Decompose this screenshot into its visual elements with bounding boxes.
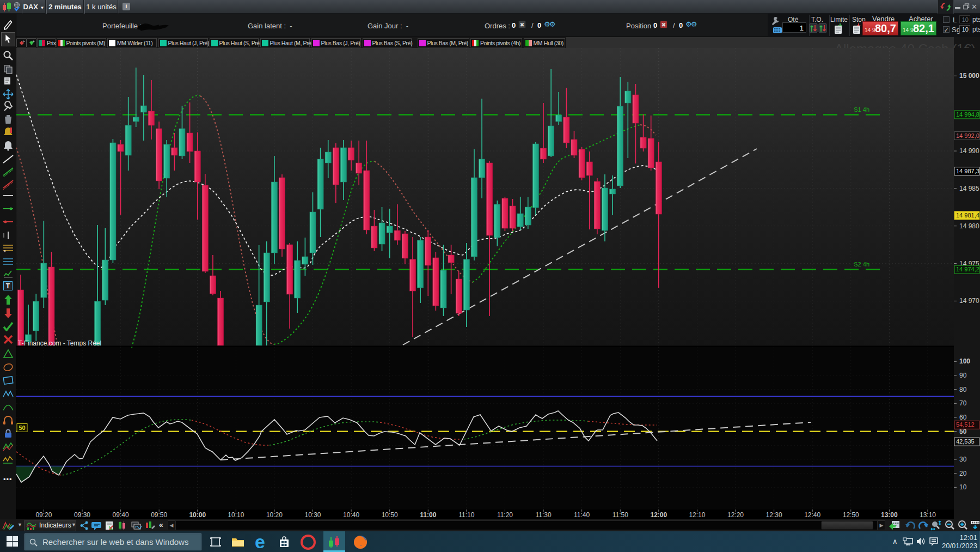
svg-text:13:10: 13:10	[920, 511, 936, 519]
svg-text:11:40: 11:40	[574, 511, 590, 519]
svg-text:100: 100	[959, 357, 970, 365]
svg-text:10:50: 10:50	[382, 511, 398, 519]
svg-text:11:50: 11:50	[612, 511, 628, 519]
svg-text:14 994,8: 14 994,8	[956, 111, 979, 118]
svg-text:12:10: 12:10	[689, 511, 705, 519]
svg-text:13:00: 13:00	[881, 511, 898, 519]
svg-text:12:20: 12:20	[727, 511, 744, 519]
svg-text:S2 4h: S2 4h	[854, 261, 869, 268]
svg-text:14 980: 14 980	[959, 222, 979, 230]
svg-text:14 981,4: 14 981,4	[956, 212, 979, 219]
svg-text:90: 90	[959, 372, 967, 379]
svg-text:09:40: 09:40	[113, 511, 129, 519]
svg-text:09:50: 09:50	[151, 511, 167, 519]
svg-text:14 970: 14 970	[959, 297, 979, 305]
svg-text:10:30: 10:30	[305, 511, 321, 519]
svg-text:42,535: 42,535	[956, 438, 975, 445]
svg-text:12:50: 12:50	[843, 511, 859, 519]
svg-text:30: 30	[959, 456, 967, 463]
svg-text:10:40: 10:40	[343, 511, 359, 519]
svg-text:11:20: 11:20	[497, 511, 513, 519]
svg-text:S1 4h: S1 4h	[854, 106, 869, 113]
svg-text:14 992,0: 14 992,0	[956, 132, 979, 139]
svg-text:70: 70	[959, 399, 967, 407]
svg-text:11:10: 11:10	[458, 511, 474, 519]
svg-text:12:00: 12:00	[650, 511, 667, 519]
svg-text:12:30: 12:30	[766, 511, 782, 519]
svg-text:10:20: 10:20	[266, 511, 283, 519]
svg-text:14 990: 14 990	[959, 147, 979, 155]
svg-text:15 000: 15 000	[959, 72, 979, 80]
svg-text:10: 10	[959, 483, 967, 491]
svg-text:11:00: 11:00	[420, 511, 436, 519]
svg-text:12:40: 12:40	[804, 511, 820, 519]
svg-text:50: 50	[19, 424, 25, 431]
svg-text:80: 80	[959, 386, 967, 393]
svg-text:14 985: 14 985	[959, 185, 979, 192]
svg-text:14 974,2: 14 974,2	[956, 266, 979, 272]
svg-text:54,512: 54,512	[956, 421, 975, 428]
svg-text:10:00: 10:00	[189, 511, 206, 519]
svg-text:10:10: 10:10	[228, 511, 244, 519]
svg-text:14 987,3: 14 987,3	[956, 168, 979, 174]
svg-text:20: 20	[959, 470, 967, 477]
svg-text:F: F	[4, 250, 6, 253]
svg-text:09:20: 09:20	[35, 511, 52, 519]
svg-text:11:30: 11:30	[535, 511, 551, 519]
svg-text:60: 60	[959, 414, 967, 421]
svg-text:09:30: 09:30	[74, 511, 90, 519]
